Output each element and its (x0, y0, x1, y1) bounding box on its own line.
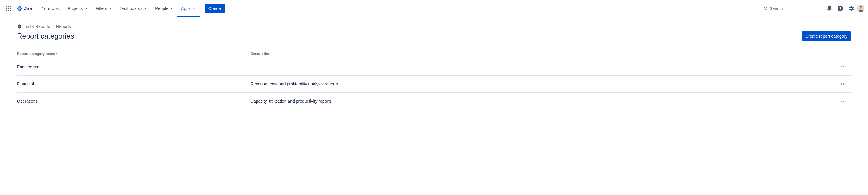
app-hex-icon (17, 24, 22, 29)
search-box[interactable] (761, 4, 823, 13)
nav-apps[interactable]: Apps (178, 0, 200, 17)
cell-name: Engineering (17, 58, 250, 76)
svg-point-20 (841, 83, 842, 84)
svg-text:?: ? (839, 6, 841, 10)
chevron-down-icon (84, 6, 88, 10)
svg-rect-4 (8, 8, 9, 9)
col-header-actions (838, 50, 851, 58)
user-avatar[interactable] (857, 5, 864, 12)
search-icon (764, 6, 768, 11)
jira-logo[interactable]: Jira (14, 5, 34, 12)
chevron-down-icon (169, 6, 174, 10)
settings-icon[interactable] (846, 4, 856, 13)
breadcrumb-separator: / (53, 24, 54, 29)
svg-point-17 (841, 66, 842, 67)
create-report-category-label: Create report category (805, 34, 847, 39)
svg-line-10 (767, 9, 768, 10)
breadcrumb-app[interactable]: Limbr Reports (17, 24, 50, 29)
cell-name: Operations (17, 93, 250, 110)
svg-rect-1 (8, 6, 9, 7)
svg-rect-0 (6, 6, 7, 7)
chevron-down-icon (144, 6, 148, 10)
search-input[interactable] (770, 6, 820, 11)
svg-rect-8 (10, 10, 11, 11)
svg-rect-5 (10, 8, 11, 9)
svg-rect-6 (6, 10, 7, 11)
svg-point-25 (844, 101, 845, 102)
col-header-description-label: Description (250, 52, 271, 56)
jira-logo-text: Jira (24, 6, 32, 11)
nav-dashboards[interactable]: Dashboards (116, 0, 152, 17)
chevron-down-icon (108, 6, 113, 10)
cell-description (250, 58, 838, 76)
breadcrumb: Limbr Reports / Reports (17, 24, 851, 29)
col-header-name-label: Report category name (17, 52, 55, 56)
nav-filters[interactable]: Filters (92, 0, 116, 17)
svg-point-9 (764, 7, 767, 9)
row-actions-menu-icon[interactable] (838, 96, 848, 106)
row-actions-menu-icon[interactable] (838, 62, 848, 72)
cell-actions (838, 93, 851, 110)
create-button[interactable]: Create (205, 4, 224, 13)
create-report-category-button[interactable]: Create report category (802, 31, 851, 41)
help-icon[interactable]: ? (835, 4, 845, 13)
nav-dashboards-label: Dashboards (120, 6, 143, 11)
cell-actions (838, 76, 851, 93)
svg-rect-3 (6, 8, 7, 9)
sort-asc-icon: ▲ (56, 52, 58, 55)
svg-rect-2 (10, 6, 11, 7)
cell-actions (838, 58, 851, 76)
jira-logo-icon (16, 5, 23, 12)
breadcrumb-section-label: Reports (56, 24, 71, 29)
col-header-description: Description (250, 50, 838, 58)
svg-point-21 (843, 83, 843, 84)
page-title: Report categories (17, 32, 74, 40)
create-button-label: Create (208, 6, 221, 11)
svg-point-19 (844, 66, 845, 67)
nav-your-work-label: Your work (42, 6, 60, 11)
nav-projects-label: Projects (68, 6, 83, 11)
nav-people-label: People (155, 6, 168, 11)
nav-your-work[interactable]: Your work (38, 0, 64, 17)
notifications-icon[interactable] (825, 4, 834, 13)
nav-apps-label: Apps (181, 6, 191, 11)
table-row: FinancialRevenue, cost and profitability… (17, 76, 851, 93)
breadcrumb-app-label: Limbr Reports (24, 24, 50, 29)
svg-point-24 (843, 101, 843, 102)
app-switcher-icon[interactable] (4, 4, 13, 13)
categories-table: Report category name▲ Description Engine… (17, 50, 851, 110)
svg-rect-7 (8, 10, 9, 11)
cell-name: Financial (17, 76, 250, 93)
cell-description: Capacity, utilization and productivity r… (250, 93, 838, 110)
svg-point-18 (843, 66, 843, 67)
col-header-name[interactable]: Report category name▲ (17, 50, 250, 58)
svg-point-23 (841, 101, 842, 102)
nav-people[interactable]: People (152, 0, 178, 17)
chevron-down-icon (192, 6, 196, 10)
cell-description: Revenue, cost and profitability analysis… (250, 76, 838, 93)
table-row: Engineering (17, 58, 851, 76)
svg-point-22 (844, 83, 845, 84)
row-actions-menu-icon[interactable] (838, 79, 848, 89)
breadcrumb-section[interactable]: Reports (56, 24, 71, 29)
nav-projects[interactable]: Projects (64, 0, 92, 17)
svg-point-14 (860, 6, 862, 8)
nav-filters-label: Filters (96, 6, 107, 11)
table-row: OperationsCapacity, utilization and prod… (17, 93, 851, 110)
